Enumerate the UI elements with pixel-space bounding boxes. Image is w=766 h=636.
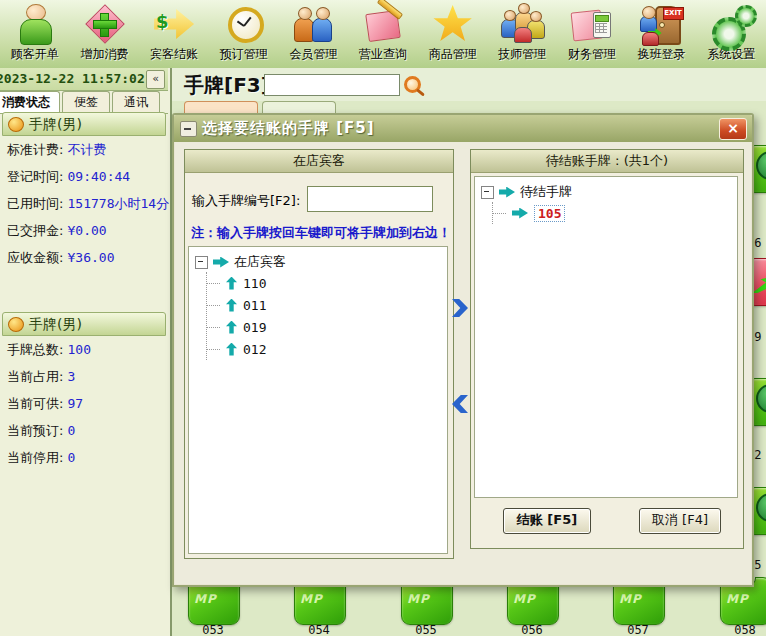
- toolbar-technician-manage[interactable]: 技师管理: [487, 0, 557, 68]
- hand-card-number: 058: [720, 623, 766, 636]
- tab-consume-status[interactable]: 消费状态: [0, 91, 60, 113]
- collapse-node-icon[interactable]: [481, 186, 494, 199]
- tree-item-019[interactable]: 019: [207, 316, 445, 338]
- booking-manage-icon: [222, 2, 266, 46]
- arrow-up-icon: [226, 343, 237, 356]
- hand-card-number: 054: [294, 623, 344, 636]
- card-logo: MP: [513, 592, 536, 606]
- tree-root-in-store[interactable]: 在店宾客: [195, 252, 445, 272]
- check-icon: [756, 384, 766, 413]
- toolbar-add-consume[interactable]: 增加消费: [70, 0, 140, 68]
- info-row: 应收金额: ¥36.00: [2, 244, 166, 271]
- card-info-section: 手牌(男) 标准计费: 不计费 登记时间: 09:40:44 已用时间: 151…: [2, 112, 166, 271]
- tab-messages[interactable]: 通讯: [112, 91, 160, 113]
- arrow-right-icon: [512, 208, 528, 219]
- exit-sign: EXIT: [663, 7, 684, 20]
- card-search-input[interactable]: [264, 74, 400, 96]
- section-header: 手牌(男): [2, 112, 166, 136]
- stat-row: 手牌总数: 100: [2, 336, 166, 363]
- card-logo: MP: [407, 592, 430, 606]
- sidebar-tabs: 消费状态 便签 通讯: [0, 91, 168, 114]
- system-settings-icon: [709, 2, 753, 46]
- stat-row: 当前可供: 97: [2, 390, 166, 417]
- technician-manage-icon: [500, 2, 544, 46]
- orange-ball-icon: [8, 117, 24, 132]
- search-icon[interactable]: [404, 76, 421, 93]
- info-row: 登记时间: 09:40:44: [2, 163, 166, 190]
- guest-checkout-icon: $: [152, 2, 196, 46]
- left-sidebar: 2023-12-22 11:57:02 « 消费状态 便签 通讯 手牌(男) 标…: [0, 68, 172, 636]
- current-datetime: 2023-12-22 11:57:02: [0, 71, 145, 86]
- check-icon: [756, 493, 766, 522]
- card-logo: MP: [194, 592, 217, 606]
- toolbar-guest-checkout[interactable]: $ 宾客结账: [139, 0, 209, 68]
- close-icon[interactable]: ×: [719, 118, 747, 140]
- toolbar-booking-manage[interactable]: 预订管理: [209, 0, 279, 68]
- dialog-title: 选择要结账的手牌 [F5]: [202, 119, 375, 138]
- hint-note: 注：输入手牌按回车键即可将手牌加到右边！: [191, 224, 451, 242]
- dialog-titlebar[interactable]: 选择要结账的手牌 [F5] ×: [174, 115, 752, 142]
- collapse-sidebar-button[interactable]: «: [146, 70, 165, 89]
- customer-open-bill-icon: [13, 2, 57, 46]
- in-store-guests-panel: 在店宾客 输入手牌编号[F2]: 注：输入手牌按回车键即可将手牌加到右边！ 在店…: [184, 149, 454, 559]
- dialog-system-icon[interactable]: [180, 121, 197, 137]
- toolbar-goods-manage[interactable]: 商品管理: [418, 0, 488, 68]
- arrow-up-icon: [226, 277, 237, 290]
- tree-item-012[interactable]: 012: [207, 338, 445, 360]
- toolbar-member-manage[interactable]: 会员管理: [279, 0, 349, 68]
- guests-tree: 在店宾客 110 011 019 012: [188, 246, 448, 554]
- tree-item-110[interactable]: 110: [207, 272, 445, 294]
- business-query-icon: [361, 2, 405, 46]
- tab-notes[interactable]: 便签: [62, 91, 110, 113]
- pending-checkout-panel: 待结账手牌：(共1个) 待结手牌 105 结账 [F5] 取消 [F4]: [470, 149, 744, 549]
- info-row: 已用时间: 151778小时14分: [2, 190, 166, 217]
- collapse-node-icon[interactable]: [195, 256, 208, 269]
- card-search-strip: 手牌[F3]: [172, 68, 766, 101]
- move-left-icon[interactable]: [452, 395, 468, 413]
- stat-row: 当前停用: 0: [2, 444, 166, 471]
- stat-row: 当前预订: 0: [2, 417, 166, 444]
- info-row: 已交押金: ¥0.00: [2, 217, 166, 244]
- datetime-bar: 2023-12-22 11:57:02 «: [0, 68, 168, 91]
- arrow-up-icon: [226, 321, 237, 334]
- arrow-right-icon: [213, 257, 229, 268]
- info-row: 标准计费: 不计费: [2, 136, 166, 163]
- finance-manage-icon: [570, 2, 614, 46]
- move-right-icon[interactable]: [452, 299, 468, 317]
- card-logo: MP: [619, 592, 642, 606]
- stat-row: 当前占用: 3: [2, 363, 166, 390]
- in-use-arrow-icon: [752, 271, 766, 293]
- panel-header: 待结账手牌：(共1个): [471, 150, 743, 173]
- hand-card-number: 057: [613, 623, 663, 636]
- pending-tree: 待结手牌 105: [474, 176, 738, 498]
- card-stats-section: 手牌(男) 手牌总数: 100 当前占用: 3 当前可供: 97 当前预订: 0…: [2, 312, 166, 471]
- card-search-title: 手牌[F3]: [184, 72, 270, 99]
- panel-header: 在店宾客: [185, 150, 453, 173]
- tree-root-pending[interactable]: 待结手牌: [481, 182, 735, 202]
- tree-item-105-selected[interactable]: 105: [493, 202, 735, 224]
- card-logo: MP: [300, 592, 323, 606]
- main-toolbar: 顾客开单 增加消费 $ 宾客结账 预订管理 会员管理 营业查询 商品管理: [0, 0, 766, 70]
- checkout-select-dialog: 选择要结账的手牌 [F5] × 在店宾客 输入手牌编号[F2]: 注：输入手牌按…: [172, 113, 754, 587]
- settle-button[interactable]: 结账 [F5]: [503, 508, 591, 534]
- shift-login-icon: EXIT: [640, 2, 684, 46]
- tree-item-011[interactable]: 011: [207, 294, 445, 316]
- app-window: 顾客开单 增加消费 $ 宾客结账 预订管理 会员管理 营业查询 商品管理: [0, 0, 766, 636]
- toolbar-finance-manage[interactable]: 财务管理: [557, 0, 627, 68]
- arrow-right-icon: [499, 187, 515, 198]
- cancel-button[interactable]: 取消 [F4]: [639, 508, 721, 534]
- toolbar-business-query[interactable]: 营业查询: [348, 0, 418, 68]
- card-number-input[interactable]: [307, 186, 433, 212]
- goods-manage-icon: [431, 2, 475, 46]
- toolbar-system-settings[interactable]: 系统设置: [696, 0, 766, 68]
- hand-card-number: 053: [188, 623, 238, 636]
- toolbar-customer-open-bill[interactable]: 顾客开单: [0, 0, 70, 68]
- section-header: 手牌(男): [2, 312, 166, 336]
- check-icon: [756, 151, 766, 180]
- orange-ball-icon: [8, 317, 24, 332]
- hand-card-number: 056: [507, 623, 557, 636]
- add-consume-icon: [82, 2, 126, 46]
- toolbar-shift-login[interactable]: EXIT 换班登录: [627, 0, 697, 68]
- arrow-up-icon: [226, 299, 237, 312]
- member-manage-icon: [291, 2, 335, 46]
